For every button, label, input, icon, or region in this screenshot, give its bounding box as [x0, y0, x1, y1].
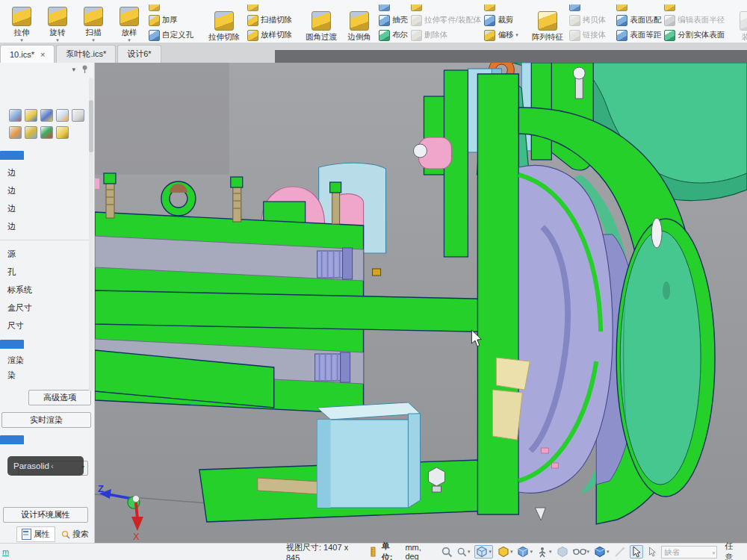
glasses-icon[interactable]: ▾	[573, 547, 590, 556]
custom-hole-button[interactable]: 自定义孔	[149, 28, 193, 43]
tab-10ics[interactable]: 10.ics* ×	[0, 45, 55, 63]
split-surface-button[interactable]: 分割实体表面	[664, 28, 725, 43]
extrude-button[interactable]: 拉伸 ▾	[4, 0, 40, 43]
shade-box-icon[interactable]: ▾	[498, 546, 513, 558]
loft-cut-button[interactable]: 放样切除	[247, 28, 292, 43]
tree-item[interactable]: 标系统	[0, 281, 94, 299]
tree-item[interactable]: 孔	[0, 263, 94, 281]
offset-button[interactable]: 偏移 ▾	[484, 28, 518, 43]
tree-item-selected[interactable]	[0, 338, 94, 349]
edit-sketch-icon[interactable]	[56, 109, 69, 122]
tree-item[interactable]: 盒尺寸	[0, 299, 94, 317]
tree-item[interactable]: 边	[0, 181, 94, 199]
selection-filter-dropdown: 缺省▾	[661, 546, 718, 559]
chevron-down-icon[interactable]: ▾	[489, 549, 492, 555]
tree-item-selected[interactable]	[0, 149, 94, 160]
tree-item[interactable]: 边	[0, 164, 94, 181]
clipped-button[interactable]	[379, 4, 408, 13]
tab-design6[interactable]: 设计6*	[117, 45, 161, 63]
trim-button[interactable]: 裁剪	[484, 13, 518, 28]
fillet-label: 圆角过渡	[306, 32, 337, 43]
frame-icon[interactable]	[72, 109, 84, 122]
sweep-cut-button[interactable]: 扫描切除	[247, 13, 292, 28]
viewport-3d[interactable]: Z X	[95, 63, 747, 544]
walk-axis-icon[interactable]: ▾	[537, 547, 552, 558]
tree-item[interactable]: 尺寸	[0, 317, 94, 335]
loft-icon	[120, 7, 139, 26]
clipped-button[interactable]	[411, 4, 481, 13]
kernel-value: Parasolid	[13, 461, 49, 470]
fillet-button[interactable]: 圆角过渡	[301, 0, 341, 43]
loft-button[interactable]: 放样 ▾	[111, 0, 147, 43]
custom-hole-label: 自定义孔	[162, 30, 193, 40]
clipped-button[interactable]	[484, 4, 518, 13]
view-size-label: 视图尺寸: 1407 x 845	[286, 542, 364, 560]
surface-match-button[interactable]: 表面匹配	[616, 13, 661, 28]
zoom-in-icon[interactable]	[441, 547, 453, 558]
tree-item[interactable]: 边	[0, 199, 94, 217]
view-extent-button[interactable]: ▾	[474, 545, 493, 559]
realtime-render-button[interactable]: 实时渲染	[1, 412, 91, 428]
tree-item[interactable]: 渲染	[0, 352, 94, 367]
chamfer-button[interactable]: 边倒角	[341, 0, 377, 43]
extrude-cut-button[interactable]: 拉伸切除	[202, 0, 246, 43]
clipped-button[interactable]	[247, 4, 292, 13]
shaded-cube-icon[interactable]: ▾	[594, 546, 610, 558]
chevron-down-icon[interactable]: ▾	[510, 549, 513, 555]
revolve-button[interactable]: 旋转 ▾	[40, 0, 75, 43]
statusbar-left-fragment[interactable]: m	[2, 547, 286, 556]
shell-button[interactable]: 抽壳	[379, 13, 408, 28]
zoom-out-icon[interactable]: ▾	[457, 547, 471, 557]
wireframe-cube-icon[interactable]: ▾	[517, 546, 533, 558]
tab-pump-impeller[interactable]: 泵叶轮.ics*	[56, 45, 116, 63]
surface-offset-button[interactable]: 表面等距	[616, 28, 661, 43]
display-style-icon[interactable]	[9, 109, 22, 122]
pattern-feature-button[interactable]: 阵列特征	[527, 0, 568, 43]
chevron-down-icon[interactable]: ▾	[468, 549, 471, 555]
chevron-down-icon[interactable]: ▾	[549, 549, 552, 555]
pin-icon[interactable]	[81, 65, 88, 74]
tree-item[interactable]: 边	[0, 217, 94, 235]
cursor-arrow-icon[interactable]	[648, 547, 657, 557]
chevron-down-icon[interactable]: ▾	[607, 549, 610, 555]
tabbar-empty-area	[275, 50, 747, 63]
ribbon-group-modify: 圆角过渡 边倒角 抽壳 布尔 拉伸零件/装配体 删除体 裁剪 偏移 ▾	[297, 0, 524, 43]
sweep-button[interactable]: 扫描 ▾	[75, 0, 111, 43]
component-box-icon[interactable]	[25, 126, 37, 139]
advanced-options-button[interactable]: 高级选项	[28, 390, 91, 405]
assemble-button: 装配	[734, 0, 747, 43]
copy-body-button: 拷贝体	[569, 13, 607, 28]
tab-properties[interactable]: 属性	[16, 526, 55, 542]
grid-calc-icon[interactable]	[9, 126, 22, 139]
boolean-button[interactable]: 布尔	[379, 28, 408, 43]
snap-mode-label[interactable]: 任意	[725, 541, 741, 560]
discharge-flange[interactable]	[616, 218, 715, 497]
pick-arrow-button[interactable]	[630, 545, 643, 559]
copy-body-label: 拷贝体	[583, 15, 607, 25]
solid-block-icon[interactable]	[56, 126, 69, 139]
tree-item[interactable]: 染	[0, 367, 94, 382]
chevron-down-icon[interactable]: ▾	[530, 549, 533, 555]
ruler-icon	[368, 547, 377, 557]
material-shield-icon[interactable]	[40, 109, 53, 122]
triad-axes-icon[interactable]	[40, 126, 53, 139]
tree-item[interactable]: 源	[0, 245, 94, 263]
scrollbar-thumb[interactable]	[89, 100, 93, 152]
viewport-canvas[interactable]: Z X	[95, 63, 747, 544]
ghost-cube-icon[interactable]	[557, 546, 568, 558]
thicken-button[interactable]: 加厚	[149, 13, 193, 28]
chevron-down-icon[interactable]: ▾	[587, 549, 590, 555]
chevron-down-icon[interactable]: ▾	[72, 66, 75, 73]
chevron-down-icon[interactable]: ▾	[515, 32, 518, 38]
panel-scrollbar[interactable]	[89, 78, 93, 391]
extrude-cut-icon	[214, 11, 234, 31]
clipped-button[interactable]	[616, 4, 661, 13]
tree-item-selected[interactable]	[0, 434, 94, 444]
close-icon[interactable]: ×	[40, 50, 45, 59]
clipped-button[interactable]	[664, 4, 725, 13]
tab-search[interactable]: 搜索	[57, 527, 93, 541]
clipped-button[interactable]	[149, 4, 193, 13]
design-env-properties-button[interactable]: 设计环境属性	[3, 507, 88, 523]
regenerate-icon[interactable]	[25, 109, 37, 122]
clipped-button[interactable]	[569, 4, 607, 13]
